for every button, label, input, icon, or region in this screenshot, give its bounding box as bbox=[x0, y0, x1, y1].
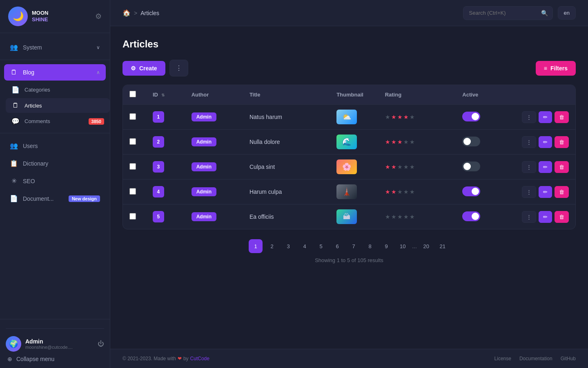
search-box[interactable]: 🔍 bbox=[463, 6, 553, 20]
row-edit-btn-3[interactable]: ✏ bbox=[539, 161, 552, 173]
row-checkbox-5[interactable] bbox=[129, 213, 136, 220]
col-id[interactable]: ID ⇅ bbox=[146, 85, 185, 105]
toggle-thumb bbox=[463, 163, 471, 170]
row-checkbox-2[interactable] bbox=[129, 138, 136, 145]
row-toggle-3[interactable] bbox=[462, 162, 480, 171]
page-btn-8[interactable]: 8 bbox=[363, 239, 377, 253]
sidebar-item-seo[interactable]: ✳ SEO bbox=[4, 173, 106, 189]
row-checkbox-1[interactable] bbox=[129, 113, 136, 120]
star-2: ★ bbox=[391, 139, 396, 145]
star-1: ★ bbox=[385, 114, 390, 120]
select-all-checkbox[interactable] bbox=[129, 91, 136, 97]
row-delete-btn-2[interactable]: 🗑 bbox=[555, 136, 569, 148]
collapse-icon: ⊕ bbox=[7, 356, 12, 362]
row-toggle-4[interactable] bbox=[462, 186, 480, 196]
row-delete-btn-4[interactable]: 🗑 bbox=[555, 186, 569, 198]
star-4: ★ bbox=[403, 213, 409, 220]
row-more-btn-5[interactable]: ⋮ bbox=[522, 211, 536, 223]
table-row: 1 Admin Natus harum ⛅ ★★★★★ ⋮ ✏ 🗑 bbox=[123, 105, 575, 130]
row-thumbnail-5: 🏔 bbox=[336, 209, 357, 224]
sidebar-item-users[interactable]: 👥 Users bbox=[4, 137, 106, 154]
row-toggle-2[interactable] bbox=[462, 137, 480, 146]
sidebar-item-document[interactable]: 📄 Document... New design bbox=[4, 190, 106, 207]
page-btn-7[interactable]: 7 bbox=[347, 239, 361, 253]
sidebar-item-blog[interactable]: 🗒 Blog ∧ bbox=[4, 64, 106, 81]
row-more-btn-3[interactable]: ⋮ bbox=[522, 161, 536, 173]
results-text: Showing 1 to 5 of 105 results bbox=[122, 257, 576, 263]
page-btn-1[interactable]: 1 bbox=[249, 239, 263, 253]
col-author: Author bbox=[185, 85, 243, 105]
collapse-label: Collapse menu bbox=[16, 356, 54, 362]
logo: 🌙 MOON SHINE bbox=[8, 7, 48, 26]
sidebar-item-comments[interactable]: 💬 Comments 3850 bbox=[6, 114, 110, 129]
row-edit-btn-5[interactable]: ✏ bbox=[539, 211, 552, 223]
sidebar-item-articles[interactable]: 🗒 Articles bbox=[6, 98, 110, 113]
system-icon: 👥 bbox=[10, 43, 18, 51]
row-title-5: Ea officiis bbox=[249, 213, 274, 220]
page-btn-9[interactable]: 9 bbox=[379, 239, 393, 253]
filters-button[interactable]: ≡ Filters bbox=[536, 61, 576, 76]
page-btn-10[interactable]: 10 bbox=[396, 239, 410, 253]
document-icon: 📄 bbox=[10, 195, 18, 202]
row-more-btn-2[interactable]: ⋮ bbox=[522, 136, 536, 148]
toolbar: ⚙ Create ⋮ ≡ Filters bbox=[122, 60, 576, 76]
settings-icon[interactable]: ⚙ bbox=[95, 12, 102, 21]
row-toggle-5[interactable] bbox=[462, 211, 480, 221]
row-thumbnail-3: 🌸 bbox=[336, 159, 357, 174]
table-row: 5 Admin Ea officiis 🏔 ★★★★★ ⋮ ✏ 🗑 bbox=[123, 204, 575, 229]
create-icon: ⚙ bbox=[131, 65, 136, 72]
page-btn-21[interactable]: 21 bbox=[436, 239, 450, 253]
collapse-menu-button[interactable]: ⊕ Collapse menu bbox=[6, 352, 104, 362]
row-toggle-1[interactable] bbox=[462, 112, 480, 121]
breadcrumb-current: Articles bbox=[140, 10, 159, 16]
row-thumbnail-2: 🌊 bbox=[336, 135, 357, 149]
main-nav: 👥 Users 📋 Dictionary ✳ SEO 📄 Document...… bbox=[0, 137, 110, 208]
page-btn-3[interactable]: 3 bbox=[281, 239, 295, 253]
page-btn-2[interactable]: 2 bbox=[265, 239, 279, 253]
star-5: ★ bbox=[410, 188, 415, 195]
github-link[interactable]: GitHub bbox=[561, 356, 576, 361]
row-edit-btn-2[interactable]: ✏ bbox=[539, 136, 552, 148]
row-more-btn-4[interactable]: ⋮ bbox=[522, 186, 536, 198]
documentation-link[interactable]: Documentation bbox=[519, 356, 552, 361]
row-id-4: 4 bbox=[153, 186, 164, 197]
page-btn-5[interactable]: 5 bbox=[314, 239, 328, 253]
sidebar-item-dictionary[interactable]: 📋 Dictionary bbox=[4, 155, 106, 172]
cutcode-link[interactable]: CutCode bbox=[190, 356, 209, 361]
row-delete-btn-1[interactable]: 🗑 bbox=[555, 111, 569, 123]
sidebar-item-categories[interactable]: 📄 Categories bbox=[6, 82, 110, 97]
breadcrumb-separator: > bbox=[134, 10, 137, 16]
page-btn-4[interactable]: 4 bbox=[298, 239, 312, 253]
row-delete-btn-3[interactable]: 🗑 bbox=[555, 161, 569, 173]
row-edit-btn-1[interactable]: ✏ bbox=[539, 111, 552, 123]
row-checkbox-4[interactable] bbox=[129, 188, 136, 195]
star-3: ★ bbox=[397, 139, 403, 145]
table-row: 4 Admin Harum culpa 🗼 ★★★★★ ⋮ ✏ 🗑 bbox=[123, 180, 575, 204]
star-4: ★ bbox=[403, 114, 409, 120]
row-rating-5: ★★★★★ bbox=[385, 213, 450, 220]
search-icon: 🔍 bbox=[541, 10, 548, 16]
blog-section: 🗒 Blog ∧ bbox=[0, 63, 110, 81]
users-icon: 👥 bbox=[10, 142, 18, 150]
more-options-button[interactable]: ⋮ bbox=[169, 60, 188, 76]
user-name: Admin bbox=[25, 338, 94, 345]
page-btn-20[interactable]: 20 bbox=[419, 239, 433, 253]
row-delete-btn-5[interactable]: 🗑 bbox=[555, 211, 569, 223]
search-input[interactable] bbox=[469, 10, 538, 16]
row-checkbox-3[interactable] bbox=[129, 163, 136, 170]
divider-bottom bbox=[6, 328, 104, 329]
col-actions bbox=[504, 85, 575, 105]
page-btn-6[interactable]: 6 bbox=[330, 239, 344, 253]
logout-icon[interactable]: ⏻ bbox=[98, 340, 104, 348]
sidebar-item-system[interactable]: 👥 System ∨ bbox=[4, 39, 106, 56]
license-link[interactable]: License bbox=[494, 356, 511, 361]
row-more-btn-1[interactable]: ⋮ bbox=[522, 111, 536, 123]
home-icon[interactable]: 🏠 bbox=[122, 9, 131, 17]
heart-icon: ❤ bbox=[178, 356, 182, 361]
row-edit-btn-4[interactable]: ✏ bbox=[539, 186, 552, 198]
create-button[interactable]: ⚙ Create bbox=[122, 61, 165, 76]
table-header-row: ID ⇅ Author Title Thumbnail Rating Activ… bbox=[123, 85, 575, 105]
footer-links: License Documentation GitHub bbox=[494, 356, 576, 361]
language-selector[interactable]: en bbox=[558, 6, 576, 20]
col-thumbnail: Thumbnail bbox=[330, 85, 379, 105]
